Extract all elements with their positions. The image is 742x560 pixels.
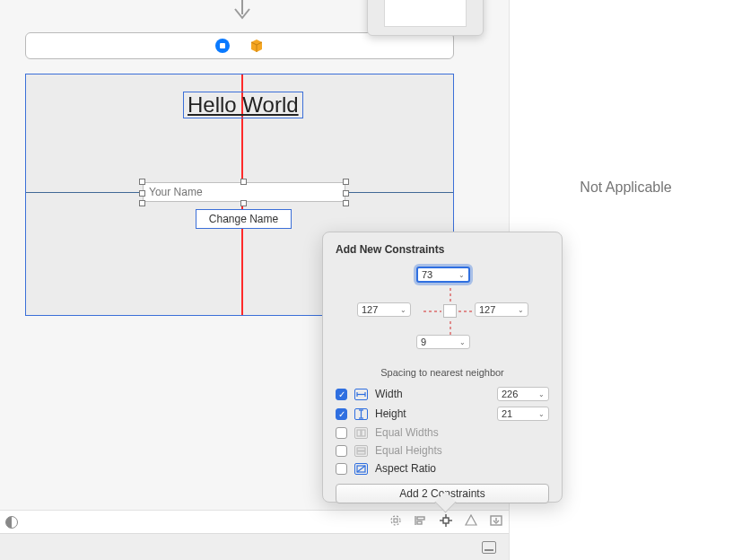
minimap-thumbnail — [384, 0, 467, 27]
add-constraints-button[interactable]: Add 2 Constraints — [336, 484, 549, 503]
chevron-down-icon[interactable]: ⌄ — [538, 390, 545, 398]
appearance-toggle-icon[interactable] — [5, 516, 18, 529]
strut-left[interactable] — [423, 311, 441, 312]
svg-rect-7 — [443, 518, 449, 523]
height-checkbox[interactable]: ✓ — [336, 408, 347, 420]
popover-title: Add New Constraints — [336, 243, 549, 256]
equal-widths-row: Equal Widths — [336, 426, 549, 439]
resize-handle[interactable] — [343, 200, 349, 206]
svg-rect-3 — [394, 519, 397, 522]
spacing-right-field[interactable]: 127⌄ — [475, 302, 528, 317]
equal-widths-label: Equal Widths — [375, 426, 439, 439]
name-textfield[interactable] — [143, 182, 345, 202]
width-value-field[interactable]: 226⌄ — [497, 387, 549, 401]
svg-rect-6 — [417, 521, 422, 524]
equal-heights-icon — [354, 445, 368, 457]
change-name-button[interactable]: Change Name — [196, 209, 292, 229]
equal-widths-checkbox[interactable] — [336, 427, 347, 439]
height-icon — [354, 408, 368, 420]
embed-in-icon[interactable] — [489, 513, 503, 530]
constraint-toolbar — [388, 513, 503, 530]
first-responder-icon[interactable] — [249, 39, 264, 53]
canvas-footer — [0, 510, 509, 533]
resize-handle[interactable] — [139, 179, 145, 185]
library-strip — [0, 533, 509, 560]
resize-handle[interactable] — [139, 190, 145, 197]
spacing-center-icon — [443, 304, 457, 318]
inspector-empty-text: Not Applicable — [580, 179, 671, 196]
equal-heights-checkbox[interactable] — [336, 445, 347, 457]
height-row: ✓ Height 21⌄ — [336, 407, 549, 421]
chevron-down-icon[interactable]: ⌄ — [400, 306, 406, 314]
pin-constraints-icon[interactable] — [439, 513, 453, 530]
spacing-bottom-field[interactable]: 9⌄ — [416, 335, 470, 349]
aspect-ratio-row: Aspect Ratio — [336, 462, 549, 475]
aspect-ratio-checkbox[interactable] — [336, 463, 347, 475]
update-frames-icon[interactable] — [388, 513, 403, 530]
equal-heights-label: Equal Heights — [375, 444, 442, 457]
equal-widths-icon — [354, 427, 368, 439]
spacing-left-field[interactable]: 127⌄ — [357, 302, 411, 317]
segue-arrow-icon — [230, 0, 255, 23]
svg-point-2 — [391, 516, 400, 525]
chevron-down-icon[interactable]: ⌄ — [538, 410, 545, 418]
viewcontroller-icon[interactable] — [215, 39, 230, 53]
resize-handle[interactable] — [139, 200, 145, 206]
add-constraints-popover: Add New Constraints 73⌄ 127⌄ 127⌄ 9⌄ Spa… — [322, 232, 563, 503]
chevron-down-icon[interactable]: ⌄ — [518, 306, 524, 314]
width-label: Width — [375, 388, 403, 400]
resolve-issues-icon[interactable] — [464, 513, 478, 530]
resize-handle[interactable] — [343, 179, 349, 185]
height-value-field[interactable]: 21⌄ — [497, 407, 549, 421]
svg-rect-21 — [362, 430, 365, 436]
svg-rect-22 — [357, 448, 365, 451]
aspect-ratio-label: Aspect Ratio — [375, 462, 436, 475]
hello-label[interactable]: Hello World — [183, 92, 303, 118]
strut-bottom[interactable] — [450, 319, 451, 335]
minimap-panel[interactable] — [367, 0, 484, 36]
aspect-ratio-icon — [354, 463, 368, 475]
equal-heights-row: Equal Heights — [336, 444, 549, 457]
chevron-down-icon[interactable]: ⌄ — [458, 271, 465, 279]
resize-handle[interactable] — [343, 190, 349, 197]
width-checkbox[interactable]: ✓ — [336, 389, 347, 400]
width-row: ✓ Width 226⌄ — [336, 387, 549, 401]
resize-handle[interactable] — [240, 179, 247, 185]
svg-rect-23 — [357, 451, 365, 454]
spacing-top-field[interactable]: 73⌄ — [416, 267, 470, 283]
scene-dock[interactable] — [25, 32, 454, 59]
height-label: Height — [375, 407, 406, 420]
svg-rect-5 — [417, 517, 424, 520]
svg-line-25 — [357, 466, 365, 472]
svg-rect-20 — [357, 430, 361, 436]
width-icon — [354, 389, 368, 400]
resize-handle[interactable] — [240, 200, 247, 206]
object-library-icon[interactable] — [482, 541, 496, 554]
strut-top[interactable] — [450, 285, 451, 302]
chevron-down-icon[interactable]: ⌄ — [459, 338, 466, 346]
strut-right[interactable] — [458, 311, 474, 312]
svg-marker-12 — [466, 515, 476, 525]
align-icon[interactable] — [414, 513, 428, 530]
spacing-control: 73⌄ 127⌄ 127⌄ 9⌄ — [336, 265, 549, 372]
